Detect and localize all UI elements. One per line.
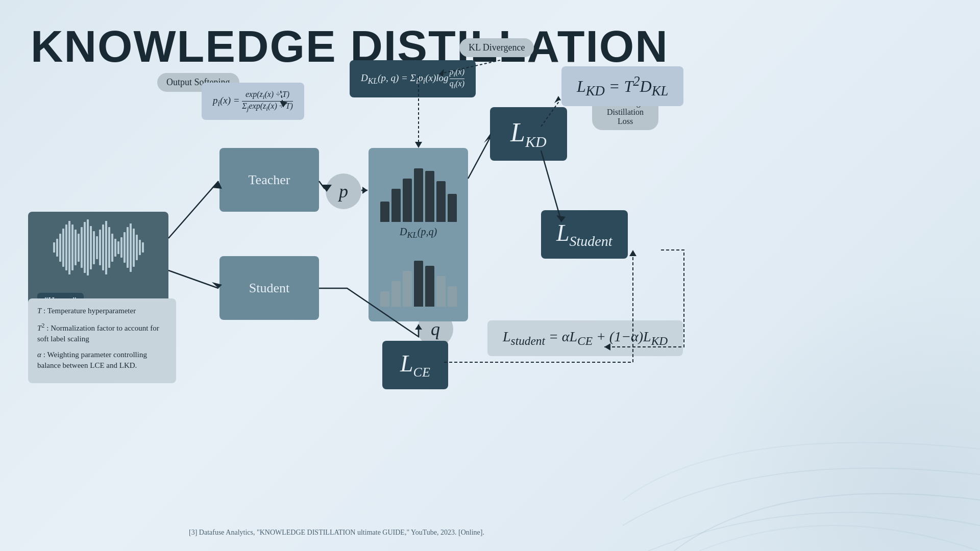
bar-4: [414, 168, 423, 222]
box-lstudent: LStudent: [541, 210, 628, 259]
kl-divergence-bubble: KL Divergence: [459, 38, 534, 57]
box-lkd: LKD: [490, 107, 567, 161]
circle-p: p: [326, 173, 361, 209]
svg-line-4: [319, 181, 325, 189]
bar-2: [391, 189, 401, 222]
bar-b6: [436, 276, 446, 307]
bar-b5: [425, 266, 434, 307]
bar-b1: [380, 291, 389, 307]
chart-bars-top: [375, 156, 462, 222]
bar-b3: [403, 271, 412, 307]
bar-5: [425, 171, 434, 222]
box-lce: LCE: [382, 341, 448, 389]
bar-3: [403, 179, 412, 222]
svg-line-0: [168, 181, 218, 238]
bar-7: [448, 194, 457, 222]
bar-b2: [391, 281, 401, 307]
box-teacher: Teacher: [219, 148, 319, 212]
chart-box: DKL(p,q): [369, 148, 468, 321]
svg-line-9: [468, 138, 490, 179]
box-student: Student: [219, 256, 319, 320]
chart-label: DKL(p,q): [400, 226, 437, 240]
legend-T: T : Temperature hyperparameter: [37, 306, 167, 316]
svg-marker-13: [629, 250, 636, 256]
bar-6: [436, 181, 446, 222]
formula-kl: DKL(p, q) = Σipi(x)logpi(x)qi(x): [350, 60, 476, 97]
bar-1: [380, 202, 389, 222]
legend-alpha: α : Weighting parameter controlling bala…: [37, 349, 167, 371]
formula-lkd-eq: LKD = T2DKL: [561, 66, 683, 106]
legend-box: T : Temperature hyperparameter T2 : Norm…: [28, 298, 176, 383]
waveform: [28, 212, 168, 283]
svg-marker-18: [415, 142, 422, 148]
legend-T2: T2 : Normalization factor to account for…: [37, 321, 167, 344]
chart-bars-bottom: [375, 251, 462, 307]
bar-b4: [414, 261, 423, 307]
formula-final: Lstudent = αLCE + (1−α)LKD: [487, 320, 683, 356]
bar-b7: [448, 286, 457, 307]
svg-marker-7: [362, 187, 368, 194]
citation: [3] Datafuse Analytics, "KNOWLEDGE DISTI…: [189, 529, 484, 537]
svg-line-2: [168, 270, 218, 288]
formula-softening: pi(x) = exp(zi(x) ÷ T)Σjexp(zi(x) ÷ T): [202, 83, 304, 120]
svg-marker-15: [554, 96, 560, 103]
